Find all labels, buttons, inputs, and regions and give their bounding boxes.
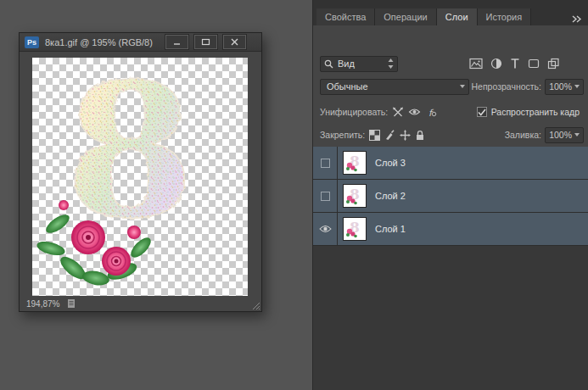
- layer-row[interactable]: 8 Слой 2: [313, 180, 588, 213]
- search-icon: [324, 59, 333, 69]
- unify-visibility-icon[interactable]: [408, 107, 421, 117]
- layer-name: Слой 3: [375, 158, 406, 168]
- layer-thumbnail[interactable]: 8: [344, 218, 366, 240]
- chevron-down-icon: [574, 85, 580, 88]
- opacity-value-text: 100%: [549, 81, 572, 92]
- minimize-button[interactable]: [165, 35, 188, 49]
- fill-value[interactable]: 100%: [545, 127, 584, 143]
- layer-row[interactable]: 8 Слой 1: [313, 213, 588, 246]
- document-titlebar[interactable]: Ps 8ка1.gif @ 195% (RGB/8): [20, 33, 261, 52]
- thumbnail-art: 8: [344, 185, 364, 205]
- doc-info-icon[interactable]: [66, 298, 76, 309]
- maximize-icon: [201, 38, 210, 46]
- tab-actions[interactable]: Операции: [375, 8, 436, 25]
- minimize-icon: [172, 38, 182, 46]
- visibility-toggle[interactable]: [313, 213, 338, 245]
- unify-style-icon[interactable]: f: [425, 107, 437, 118]
- filter-smart-objects-icon[interactable]: [547, 58, 559, 70]
- layers-panel-body: Вид: [313, 25, 588, 390]
- chevron-down-icon: [574, 133, 580, 136]
- thumbnail-art: 8: [344, 152, 364, 172]
- layers-panel: Свойства Операции Слои История Вид: [312, 0, 588, 390]
- filter-shape-layers-icon[interactable]: [528, 58, 540, 70]
- collapse-panels-chevrons-icon[interactable]: [572, 11, 582, 26]
- document-window[interactable]: Ps 8ка1.gif @ 195% (RGB/8): [19, 32, 262, 312]
- canvas-artwork: 8 8: [32, 58, 248, 297]
- blend-opacity-row: Обычные Непрозрачность: 100%: [313, 77, 588, 96]
- blend-mode-select[interactable]: Обычные: [320, 79, 469, 95]
- unify-row: Унифицировать: f Распространить кадр: [313, 103, 588, 120]
- thumbnail-art: 8: [344, 218, 364, 238]
- hidden-indicator: [321, 192, 330, 201]
- visibility-toggle[interactable]: [313, 180, 338, 212]
- propagate-checkbox[interactable]: [477, 107, 487, 117]
- photoshop-workspace: Ps 8ка1.gif @ 195% (RGB/8): [0, 0, 588, 390]
- layer-thumbnail[interactable]: 8: [344, 185, 366, 207]
- close-icon: [230, 38, 239, 46]
- lock-fill-row: Закрепить: Заливка: 100%: [313, 126, 588, 143]
- layer-name: Слой 2: [375, 191, 406, 201]
- opacity-label: Непрозрачность:: [472, 81, 542, 92]
- fill-value-text: 100%: [549, 130, 572, 140]
- fill-label: Заливка:: [505, 130, 541, 140]
- resize-grip[interactable]: [252, 302, 260, 310]
- unify-position-icon[interactable]: [392, 107, 404, 118]
- filter-kind-select[interactable]: Вид: [320, 56, 398, 72]
- layer-filter-row: Вид: [313, 53, 588, 74]
- panel-tabs: Свойства Операции Слои История: [316, 8, 531, 25]
- layers-list: 8 Слой 3 8 Слой 2: [313, 147, 588, 390]
- layer-name: Слой 1: [375, 224, 406, 234]
- tab-properties[interactable]: Свойства: [316, 8, 375, 25]
- select-spinner-icon: [388, 58, 394, 69]
- maximize-button[interactable]: [194, 35, 217, 49]
- close-button[interactable]: [223, 35, 246, 49]
- checkmark-icon: [478, 109, 486, 116]
- lock-label: Закрепить:: [320, 130, 365, 140]
- document-canvas-area: 8 8: [20, 52, 261, 296]
- lock-position-icon[interactable]: [400, 130, 411, 141]
- propagate-label: Распространить кадр: [491, 107, 580, 117]
- svg-text:f: f: [428, 108, 434, 118]
- photoshop-app-icon: Ps: [25, 36, 39, 48]
- opacity-value[interactable]: 100%: [545, 79, 584, 95]
- hidden-indicator: [321, 159, 330, 168]
- layer-thumbnail[interactable]: 8: [344, 152, 366, 174]
- document-title: 8ка1.gif @ 195% (RGB/8): [45, 37, 165, 47]
- blend-mode-value: Обычные: [327, 81, 368, 92]
- lock-pixels-icon[interactable]: [384, 130, 395, 141]
- tab-history[interactable]: История: [478, 8, 532, 25]
- filter-type-layers-icon[interactable]: [510, 58, 520, 70]
- filter-adjustment-layers-icon[interactable]: [490, 58, 502, 70]
- panel-tabstrip: Свойства Операции Слои История: [313, 0, 588, 25]
- filter-pixel-layers-icon[interactable]: [469, 58, 483, 70]
- unify-label: Унифицировать:: [320, 107, 388, 117]
- window-controls: [165, 35, 246, 49]
- lock-all-icon[interactable]: [415, 130, 425, 141]
- visibility-toggle[interactable]: [313, 147, 338, 179]
- visibility-eye-icon: [319, 225, 332, 233]
- layer-row[interactable]: 8 Слой 3: [313, 147, 588, 180]
- tab-layers[interactable]: Слои: [437, 8, 478, 25]
- lock-transparency-icon[interactable]: [369, 130, 380, 141]
- chevron-down-icon: [460, 85, 465, 88]
- filter-kind-label: Вид: [338, 58, 355, 69]
- zoom-level[interactable]: 194,87%: [26, 299, 59, 309]
- document-statusbar: 194,87%: [20, 296, 261, 311]
- canvas[interactable]: 8 8: [32, 58, 248, 297]
